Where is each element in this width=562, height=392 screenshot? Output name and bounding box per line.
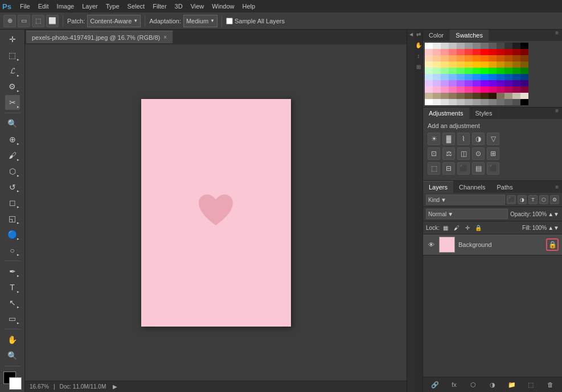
tab-close-btn[interactable]: × bbox=[163, 34, 167, 40]
swatch-color[interactable] bbox=[489, 55, 497, 61]
swatch-color[interactable] bbox=[441, 86, 449, 93]
swatch-color[interactable] bbox=[465, 99, 473, 105]
adj-selective-color[interactable]: ⬛ bbox=[487, 162, 499, 175]
swatch-color[interactable] bbox=[441, 68, 449, 74]
swatch-color[interactable] bbox=[465, 86, 473, 93]
swatch-color[interactable] bbox=[457, 86, 465, 93]
move-tool[interactable]: ✛ bbox=[5, 32, 20, 47]
swatch-color[interactable] bbox=[441, 55, 449, 61]
swatch-color[interactable] bbox=[449, 43, 457, 49]
new-layer-btn[interactable]: ⬚ bbox=[526, 379, 536, 390]
swatch-color[interactable] bbox=[504, 43, 512, 49]
swatch-color[interactable] bbox=[473, 80, 481, 86]
panel-icon-2[interactable]: ✋ bbox=[415, 42, 422, 48]
adj-bw[interactable]: ◫ bbox=[457, 147, 470, 160]
menu-layer[interactable]: Layer bbox=[78, 2, 102, 11]
brush-tool[interactable]: 🖌▸ bbox=[5, 148, 20, 163]
quick-select-tool[interactable]: ⚙▸ bbox=[5, 80, 20, 94]
menu-help[interactable]: Help bbox=[238, 2, 259, 11]
add-style-btn[interactable]: fx bbox=[449, 379, 460, 390]
swatch-color[interactable] bbox=[473, 93, 481, 99]
marquee-tool[interactable]: ⬚▸ bbox=[5, 48, 20, 63]
swatch-color[interactable] bbox=[497, 86, 504, 93]
new-group-btn[interactable]: 📁 bbox=[507, 379, 517, 390]
swatch-color[interactable] bbox=[512, 55, 520, 61]
tab-swatches[interactable]: Swatches bbox=[450, 30, 489, 41]
swatch-color[interactable] bbox=[449, 99, 457, 105]
swatch-color[interactable] bbox=[512, 68, 520, 74]
adj-channel-mixer[interactable]: ⊞ bbox=[487, 147, 499, 160]
swatch-color[interactable] bbox=[520, 68, 528, 74]
crop-tool[interactable]: ✂▸ bbox=[5, 95, 20, 110]
menu-3d[interactable]: 3D bbox=[171, 2, 187, 11]
swatch-color[interactable] bbox=[441, 93, 449, 99]
swatch-color[interactable] bbox=[497, 68, 504, 74]
swatch-color[interactable] bbox=[473, 55, 481, 61]
adj-vibrance[interactable]: ▽ bbox=[487, 133, 499, 145]
selection-mode-btn[interactable]: ⊕ bbox=[3, 15, 16, 27]
swatch-color[interactable] bbox=[465, 93, 473, 99]
swatch-color[interactable] bbox=[512, 86, 520, 93]
swatch-color[interactable] bbox=[473, 49, 481, 55]
swatch-color[interactable] bbox=[425, 99, 433, 105]
swatch-color[interactable] bbox=[481, 93, 489, 99]
swatch-color[interactable] bbox=[504, 68, 512, 74]
tab-channels[interactable]: Channels bbox=[453, 181, 491, 193]
swatch-color[interactable] bbox=[425, 43, 433, 49]
swatch-color[interactable] bbox=[449, 86, 457, 93]
swatch-color[interactable] bbox=[433, 68, 441, 74]
adj-brightness[interactable]: ☀ bbox=[428, 133, 440, 145]
eraser-tool[interactable]: ◻▸ bbox=[5, 195, 20, 210]
eyedropper-tool[interactable]: 🔍 bbox=[5, 116, 20, 131]
swatch-color[interactable] bbox=[497, 74, 504, 80]
swatch-color[interactable] bbox=[504, 86, 512, 93]
swatch-color[interactable] bbox=[449, 93, 457, 99]
swatch-color[interactable] bbox=[441, 43, 449, 49]
swatch-color[interactable] bbox=[481, 74, 489, 80]
swatch-color[interactable] bbox=[489, 61, 497, 68]
swatch-color[interactable] bbox=[433, 49, 441, 55]
swatch-color[interactable] bbox=[473, 61, 481, 68]
zoom-tool[interactable]: 🔍 bbox=[5, 348, 20, 363]
swatch-color[interactable] bbox=[425, 93, 433, 99]
tab-color[interactable]: Color bbox=[423, 30, 450, 41]
swatch-color[interactable] bbox=[489, 93, 497, 99]
layer-shape-filter[interactable]: ⬡ bbox=[539, 195, 548, 204]
rect-mode-btn[interactable]: ▭ bbox=[18, 15, 30, 27]
swatch-color[interactable] bbox=[481, 49, 489, 55]
swatch-color[interactable] bbox=[489, 99, 497, 105]
link-layers-btn[interactable]: 🔗 bbox=[430, 379, 440, 390]
menu-select[interactable]: Select bbox=[124, 2, 149, 11]
swatch-color[interactable] bbox=[489, 49, 497, 55]
swatch-color[interactable] bbox=[457, 74, 465, 80]
adj-curves[interactable]: ⌇ bbox=[457, 133, 470, 145]
swatch-color[interactable] bbox=[465, 74, 473, 80]
swatch-color[interactable] bbox=[473, 68, 481, 74]
swatch-color[interactable] bbox=[473, 99, 481, 105]
swatch-color[interactable] bbox=[441, 99, 449, 105]
swatch-color[interactable] bbox=[449, 80, 457, 86]
swatch-color[interactable] bbox=[449, 49, 457, 55]
swatch-color[interactable] bbox=[504, 74, 512, 80]
swatch-color[interactable] bbox=[497, 80, 504, 86]
adj-colorbalance[interactable]: ⚖ bbox=[442, 147, 455, 160]
swatch-color[interactable] bbox=[441, 49, 449, 55]
adj-gradient-map[interactable]: ▤ bbox=[472, 162, 485, 175]
adj-exposure[interactable]: ◑ bbox=[472, 133, 485, 145]
lock-image[interactable]: 🖌 bbox=[452, 223, 461, 232]
layers-menu-btn[interactable]: ≡ bbox=[555, 184, 562, 190]
swatch-color[interactable] bbox=[465, 68, 473, 74]
hand-tool[interactable]: ✋ bbox=[5, 332, 20, 347]
adj-photo-filter[interactable]: ⊙ bbox=[472, 147, 485, 160]
delete-layer-btn[interactable]: 🗑 bbox=[545, 379, 555, 390]
layer-pixel-filter[interactable]: ⬛ bbox=[507, 195, 516, 204]
blur-tool[interactable]: 🔵▸ bbox=[5, 227, 20, 242]
swatch-color[interactable] bbox=[433, 80, 441, 86]
sample-all-layers-checkbox[interactable] bbox=[226, 18, 233, 24]
adj-threshold[interactable]: ⬛ bbox=[457, 162, 470, 175]
menu-view[interactable]: View bbox=[187, 2, 208, 11]
swatch-color[interactable] bbox=[425, 55, 433, 61]
layer-smart-filter[interactable]: ⚙ bbox=[550, 195, 559, 204]
swatch-color[interactable] bbox=[520, 74, 528, 80]
opacity-stepper[interactable]: ▲▼ bbox=[548, 211, 559, 217]
